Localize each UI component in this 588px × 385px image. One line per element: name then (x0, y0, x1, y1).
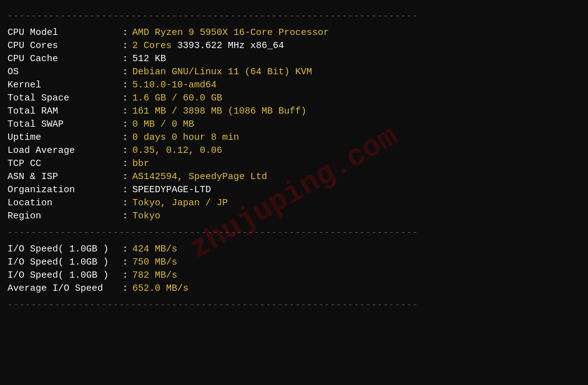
row-label: Kernel (7, 79, 120, 92)
table-row: Organization : SPEEDYPAGE-LTD (7, 183, 581, 197)
row-value: 512 KB (132, 52, 581, 66)
row-colon: : (120, 210, 132, 223)
table-row: Region : Tokyo (7, 210, 581, 223)
table-row: CPU Cores : 2 Cores 3393.622 MHz x86_64 (7, 39, 581, 52)
row-label: Uptime (7, 131, 120, 144)
row-value: Tokyo (132, 210, 581, 223)
row-colon: : (120, 105, 132, 118)
row-value: 161 MB / 3898 MB (1086 MB Buff) (132, 105, 581, 118)
table-row: I/O Speed( 1.0GB ) : 750 MB/s (7, 256, 581, 269)
table-row: ASN & ISP : AS142594, SpeedyPage Ltd (7, 170, 581, 183)
row-value: 782 MB/s (132, 269, 581, 282)
row-label: CPU Cores (7, 39, 120, 52)
row-label: ASN & ISP (7, 170, 120, 183)
row-colon: : (120, 197, 132, 210)
table-row: CPU Model : AMD Ryzen 9 5950X 16-Core Pr… (7, 26, 581, 39)
row-value: SPEEDYPAGE-LTD (132, 183, 581, 197)
row-value: 0.35, 0.12, 0.06 (132, 144, 581, 157)
row-label: Total SWAP (7, 118, 120, 131)
table-row: Total Space : 1.6 GB / 60.0 GB (7, 92, 581, 105)
row-value: 1.6 GB / 60.0 GB (132, 92, 581, 105)
row-label: I/O Speed( 1.0GB ) (7, 256, 120, 269)
row-colon: : (120, 39, 132, 52)
table-row: Total SWAP : 0 MB / 0 MB (7, 118, 581, 131)
table-row: Kernel : 5.10.0-10-amd64 (7, 79, 581, 92)
row-colon: : (120, 157, 132, 170)
row-colon: : (120, 26, 132, 39)
table-row: Location : Tokyo, Japan / JP (7, 197, 581, 210)
row-label: Organization (7, 183, 120, 197)
row-label: CPU Cache (7, 52, 120, 66)
row-colon: : (120, 52, 132, 66)
row-value: 652.0 MB/s (132, 282, 581, 295)
row-colon: : (120, 131, 132, 144)
row-label: CPU Model (7, 26, 120, 39)
row-value: Debian GNU/Linux 11 (64 Bit) KVM (132, 66, 581, 79)
table-row: I/O Speed( 1.0GB ) : 782 MB/s (7, 269, 581, 282)
row-label: Average I/O Speed (7, 282, 120, 295)
system-info-table: CPU Model : AMD Ryzen 9 5950X 16-Core Pr… (7, 26, 581, 223)
row-value: AS142594, SpeedyPage Ltd (132, 170, 581, 183)
table-row: Load Average : 0.35, 0.12, 0.06 (7, 144, 581, 157)
row-colon: : (120, 144, 132, 157)
main-container: ----------------------------------------… (0, 11, 588, 310)
row-label: I/O Speed( 1.0GB ) (7, 269, 120, 282)
row-colon: : (120, 118, 132, 131)
table-row: I/O Speed( 1.0GB ) : 424 MB/s (7, 243, 581, 256)
row-label: Load Average (7, 144, 120, 157)
row-value: 0 days 0 hour 8 min (132, 131, 581, 144)
row-colon: : (120, 66, 132, 79)
row-colon: : (120, 256, 132, 269)
middle-divider: ----------------------------------------… (7, 228, 581, 238)
table-row: OS : Debian GNU/Linux 11 (64 Bit) KVM (7, 66, 581, 79)
row-label: Location (7, 197, 120, 210)
row-label: OS (7, 66, 120, 79)
row-colon: : (120, 92, 132, 105)
table-row: Total RAM : 161 MB / 3898 MB (1086 MB Bu… (7, 105, 581, 118)
row-colon: : (120, 243, 132, 256)
row-value: 2 Cores 3393.622 MHz x86_64 (132, 39, 581, 52)
row-value: 5.10.0-10-amd64 (132, 79, 581, 92)
row-colon: : (120, 183, 132, 197)
row-value: bbr (132, 157, 581, 170)
row-value: 750 MB/s (132, 256, 581, 269)
top-divider: ----------------------------------------… (7, 11, 581, 21)
row-value: AMD Ryzen 9 5950X 16-Core Processor (132, 26, 581, 39)
row-colon: : (120, 269, 132, 282)
row-label: TCP CC (7, 157, 120, 170)
table-row: Average I/O Speed : 652.0 MB/s (7, 282, 581, 295)
table-row: CPU Cache : 512 KB (7, 52, 581, 66)
row-value: 424 MB/s (132, 243, 581, 256)
table-row: Uptime : 0 days 0 hour 8 min (7, 131, 581, 144)
row-label: I/O Speed( 1.0GB ) (7, 243, 120, 256)
row-colon: : (120, 282, 132, 295)
bottom-divider: ----------------------------------------… (7, 300, 581, 310)
row-colon: : (120, 79, 132, 92)
row-label: Region (7, 210, 120, 223)
io-info-table: I/O Speed( 1.0GB ) : 424 MB/sI/O Speed( … (7, 243, 581, 295)
row-value: Tokyo, Japan / JP (132, 197, 581, 210)
row-label: Total RAM (7, 105, 120, 118)
row-colon: : (120, 170, 132, 183)
table-row: TCP CC : bbr (7, 157, 581, 170)
row-label: Total Space (7, 92, 120, 105)
row-value: 0 MB / 0 MB (132, 118, 581, 131)
